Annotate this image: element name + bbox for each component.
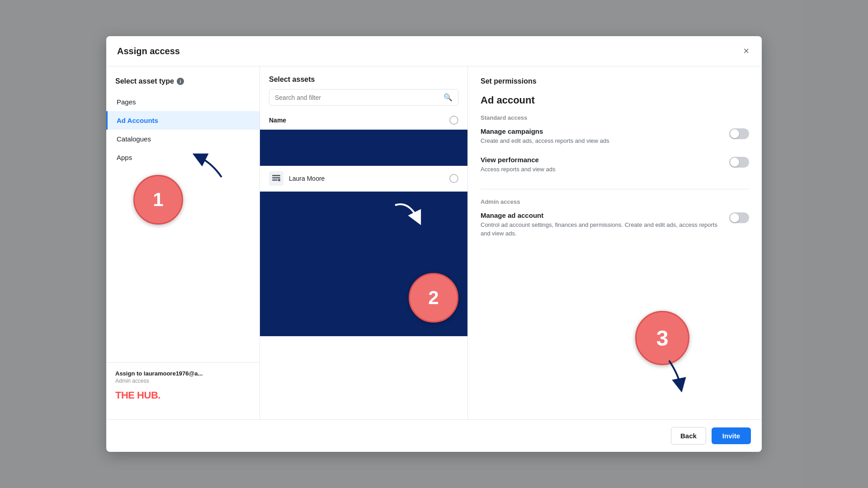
- select-all-radio[interactable]: [449, 116, 458, 125]
- toggle-manage-campaigns[interactable]: [729, 128, 749, 139]
- redacted-asset-row-2: 2: [260, 192, 467, 336]
- annotation-arrow-2: [386, 196, 431, 232]
- close-button[interactable]: ×: [741, 44, 751, 58]
- asset-select-radio-laura-moore[interactable]: [449, 174, 458, 183]
- annotation-circle-2-wrap: 2: [409, 273, 458, 323]
- permission-desc-manage-campaigns: Create and edit ads, access reports and …: [481, 137, 722, 145]
- permission-name-manage-campaigns: Manage campaigns: [481, 127, 722, 135]
- back-button[interactable]: Back: [671, 427, 706, 445]
- svg-rect-1: [272, 177, 280, 178]
- access-level-label: Admin access: [115, 378, 250, 384]
- assets-list: Name: [260, 111, 467, 419]
- right-panel: Set permissions Ad account Standard acce…: [468, 66, 762, 419]
- toggle-view-performance-wrap[interactable]: [729, 157, 749, 168]
- search-input[interactable]: [275, 94, 440, 101]
- toggle-view-performance[interactable]: [729, 157, 749, 168]
- toggle-manage-ad-account[interactable]: [729, 212, 749, 223]
- assign-access-modal: Assign access × Select asset type i Page…: [106, 36, 762, 452]
- search-box[interactable]: 🔍: [269, 89, 458, 106]
- annotation-circle-2: 2: [409, 273, 458, 323]
- ad-account-label: Ad account: [481, 94, 749, 106]
- admin-access-label: Admin access: [481, 198, 749, 205]
- sidebar-item-ad-accounts[interactable]: Ad Accounts: [106, 111, 259, 130]
- permission-desc-manage-ad-account: Control ad account settings, finances an…: [481, 221, 722, 237]
- toggle-manage-campaigns-wrap[interactable]: [729, 128, 749, 139]
- left-panel-footer: Assign to lauramoore1976@a... Admin acce…: [106, 362, 259, 408]
- toggle-manage-ad-account-wrap[interactable]: [729, 212, 749, 223]
- search-icon: 🔍: [443, 93, 453, 102]
- permission-info-manage-campaigns: Manage campaigns Create and edit ads, ac…: [481, 127, 722, 145]
- modal-footer: Back Invite: [106, 419, 762, 452]
- permission-view-performance: View performance Access reports and view…: [481, 156, 749, 174]
- set-permissions-title: Set permissions: [481, 77, 749, 85]
- permission-manage-ad-account: Manage ad account Control ad account set…: [481, 211, 749, 237]
- permission-desc-view-performance: Access reports and view ads: [481, 165, 722, 174]
- assign-to-label: Assign to lauramoore1976@a...: [115, 370, 250, 377]
- asset-type-heading: Select asset type i: [106, 77, 259, 93]
- svg-rect-2: [272, 179, 278, 181]
- standard-access-label: Standard access: [481, 114, 749, 121]
- svg-rect-0: [272, 175, 280, 176]
- modal-overlay: Assign access × Select asset type i Page…: [0, 0, 868, 488]
- invite-button[interactable]: Invite: [712, 427, 751, 444]
- middle-header: Select assets 🔍: [260, 66, 467, 111]
- permission-name-manage-ad-account: Manage ad account: [481, 211, 722, 219]
- list-icon: [272, 174, 281, 183]
- permissions-divider: [481, 189, 749, 189]
- hub-logo: THE HUB.: [115, 389, 250, 401]
- asset-name-laura-moore: Laura Moore: [289, 175, 444, 182]
- left-panel: Select asset type i Pages Ad Accounts Ca…: [106, 66, 260, 419]
- annotation-circle-1: 1: [133, 175, 183, 225]
- annotation-arrow-3: [656, 356, 692, 392]
- sidebar-item-catalogues[interactable]: Catalogues: [106, 130, 259, 148]
- modal-title: Assign access: [117, 46, 180, 56]
- name-column-header: Name: [269, 117, 286, 124]
- select-assets-title: Select assets: [269, 75, 458, 84]
- redacted-asset-row-1: [260, 130, 467, 166]
- info-icon[interactable]: i: [177, 78, 184, 85]
- sidebar-item-apps[interactable]: Apps: [106, 148, 259, 167]
- modal-header: Assign access ×: [106, 36, 762, 66]
- permission-info-view-performance: View performance Access reports and view…: [481, 156, 722, 174]
- assets-list-header: Name: [260, 111, 467, 130]
- asset-row-laura-moore[interactable]: Laura Moore: [260, 166, 467, 192]
- permission-info-manage-ad-account: Manage ad account Control ad account set…: [481, 211, 722, 237]
- sidebar-item-pages[interactable]: Pages: [106, 93, 259, 111]
- permission-name-view-performance: View performance: [481, 156, 722, 164]
- asset-row-icon: [269, 171, 283, 186]
- permission-manage-campaigns: Manage campaigns Create and edit ads, ac…: [481, 127, 749, 145]
- modal-body: Select asset type i Pages Ad Accounts Ca…: [106, 66, 762, 419]
- svg-rect-3: [278, 179, 280, 181]
- middle-panel: Select assets 🔍 Name: [260, 66, 468, 419]
